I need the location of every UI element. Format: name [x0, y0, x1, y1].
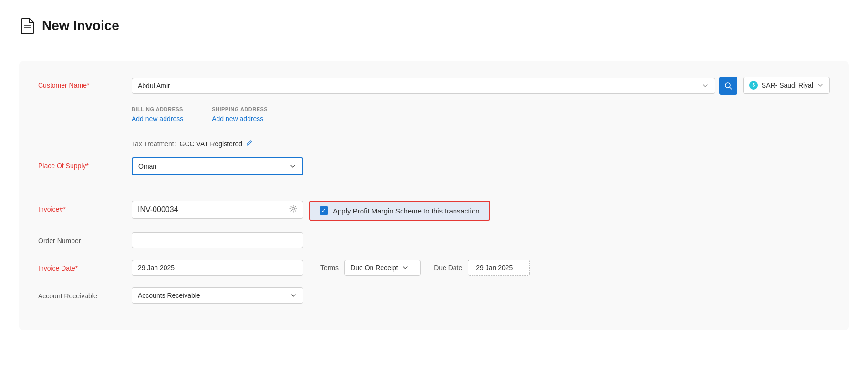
invoice-number-controls: INV-000034 ✓ Apply Profit Margin Scheme … — [132, 201, 830, 221]
search-icon — [724, 82, 732, 90]
due-date-group: Due Date 29 Jan 2025 — [434, 260, 530, 276]
customer-name-label: Customer Name* — [38, 77, 124, 89]
due-date-value[interactable]: 29 Jan 2025 — [468, 260, 530, 276]
customer-name-row: Customer Name* Abdul Amir — [38, 77, 830, 95]
terms-label: Terms — [320, 264, 339, 272]
add-shipping-address-link[interactable]: Add new address — [212, 115, 268, 122]
order-number-label: Order Number — [38, 232, 124, 244]
tax-treatment-section: Tax Treatment: GCC VAT Registered — [132, 140, 253, 148]
billing-address-label: BILLING ADDRESS — [132, 106, 183, 112]
shipping-address-label: SHIPPING ADDRESS — [212, 106, 268, 112]
currency-select[interactable]: ＄ SAR- Saudi Riyal — [743, 77, 830, 94]
tax-treatment-row: Tax Treatment: GCC VAT Registered — [132, 136, 830, 148]
place-of-supply-row: Place Of Supply* Oman — [38, 157, 830, 175]
customer-name-select[interactable]: Abdul Amir — [132, 78, 715, 94]
tax-treatment-value: GCC VAT Registered — [180, 140, 243, 148]
terms-chevron-icon — [402, 264, 409, 271]
invoice-number-value: INV-000034 — [138, 205, 178, 214]
invoice-number-field[interactable]: INV-000034 — [132, 201, 303, 219]
account-receivable-row: Account Receivable Accounts Receivable — [38, 287, 830, 304]
terms-group: Terms Due On Receipt — [320, 260, 421, 276]
profit-margin-checkbox[interactable]: ✓ — [320, 206, 328, 215]
account-receivable-select[interactable]: Accounts Receivable — [132, 287, 303, 304]
place-of-supply-controls: Oman — [132, 157, 830, 175]
page-title: New Invoice — [42, 18, 119, 33]
form-section: Customer Name* Abdul Amir — [19, 61, 849, 330]
svg-line-5 — [250, 142, 251, 143]
currency-value: SAR- Saudi Riyal — [762, 81, 813, 89]
customer-name-controls: Abdul Amir ＄ — [132, 77, 830, 95]
page-container: New Invoice Customer Name* Abdul Amir — [0, 0, 868, 386]
place-of-supply-label: Place Of Supply* — [38, 157, 124, 170]
terms-select[interactable]: Due On Receipt — [344, 260, 421, 276]
chevron-down-icon — [702, 82, 709, 90]
account-receivable-value: Accounts Receivable — [138, 292, 200, 299]
account-receivable-controls: Accounts Receivable — [132, 287, 830, 304]
order-number-input[interactable] — [132, 232, 303, 248]
edit-tax-treatment-icon[interactable] — [246, 140, 253, 148]
gear-icon[interactable] — [289, 205, 297, 214]
address-row: BILLING ADDRESS Add new address SHIPPING… — [132, 106, 830, 130]
customer-name-value: Abdul Amir — [138, 82, 170, 90]
section-divider — [38, 189, 830, 189]
terms-value: Due On Receipt — [351, 264, 398, 272]
add-billing-address-link[interactable]: Add new address — [132, 115, 183, 122]
invoice-date-label: Invoice Date* — [38, 260, 124, 272]
tax-treatment-label: Tax Treatment: — [132, 140, 176, 148]
page-header: New Invoice — [19, 10, 849, 46]
customer-input-group: Abdul Amir — [132, 77, 737, 95]
place-supply-chevron-icon — [289, 163, 297, 170]
due-date-label: Due Date — [434, 264, 462, 272]
address-section: BILLING ADDRESS Add new address SHIPPING… — [132, 106, 268, 122]
currency-chevron-icon — [817, 82, 824, 89]
invoice-number-row: Invoice#* INV-000034 ✓ Ap — [38, 201, 830, 221]
account-receivable-label: Account Receivable — [38, 287, 124, 300]
svg-line-4 — [730, 87, 732, 89]
account-receivable-chevron-icon — [289, 292, 297, 299]
invoice-date-row: Invoice Date* Terms Due On Receipt Due D… — [38, 260, 830, 276]
place-of-supply-value: Oman — [138, 163, 156, 170]
profit-margin-label: Apply Profit Margin Scheme to this trans… — [333, 207, 480, 215]
currency-icon: ＄ — [749, 81, 758, 90]
order-number-controls — [132, 232, 830, 248]
billing-address-block: BILLING ADDRESS Add new address — [132, 106, 183, 122]
invoice-date-controls: Terms Due On Receipt Due Date 29 Jan 202… — [132, 260, 830, 276]
place-of-supply-select[interactable]: Oman — [132, 157, 303, 175]
checkmark-icon: ✓ — [321, 208, 326, 213]
document-icon — [19, 17, 36, 34]
order-number-row: Order Number — [38, 232, 830, 248]
invoice-date-input[interactable] — [132, 260, 303, 276]
invoice-number-label: Invoice#* — [38, 201, 124, 213]
profit-margin-checkbox-wrapper[interactable]: ✓ Apply Profit Margin Scheme to this tra… — [309, 201, 490, 221]
customer-search-button[interactable] — [719, 77, 737, 95]
svg-point-6 — [292, 208, 295, 210]
shipping-address-block: SHIPPING ADDRESS Add new address — [212, 106, 268, 122]
